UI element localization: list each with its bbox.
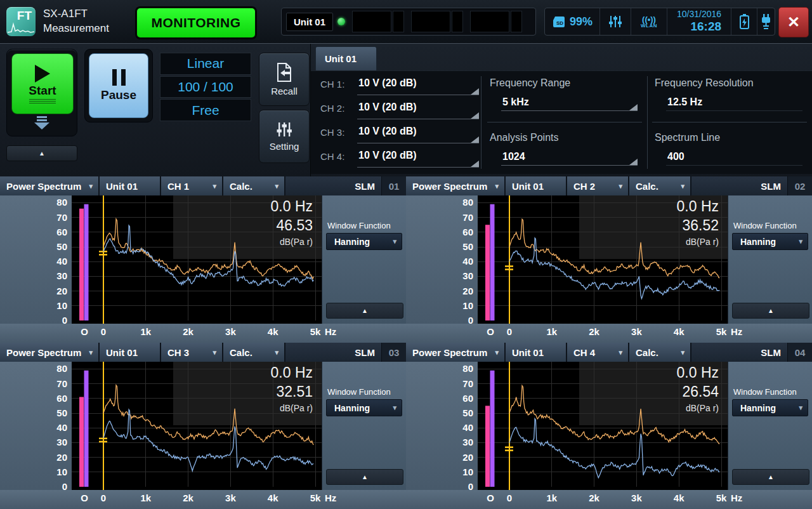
chevron-down-icon: ▾ [393,404,396,412]
pause-button-frame: Pause [84,49,153,122]
y-tick-label: 40 [448,422,473,433]
y-tick-label: 70 [42,378,67,389]
x-tick-label: O [487,492,494,503]
window-function-dropdown[interactable]: Hanning▾ [326,399,402,416]
monitoring-status-button[interactable]: MONITORING [136,7,256,39]
app-title: SX-A1FT Measurement [43,6,109,36]
x-axis-strip: O01k2k3k4k5kHz [406,490,812,509]
analysis-points-label: Analysis Points [490,132,559,143]
panel-collapse-button[interactable]: ▲ [732,303,809,319]
window-function-dropdown[interactable]: Hanning▾ [732,233,808,250]
cursor-readout: 0.0 Hz 36.52 dB(Pa r) [677,197,719,248]
ch1-range-field[interactable]: CH 1:10 V (20 dB) [320,75,479,98]
y-tick-label: 60 [448,227,473,237]
slm-number: 04 [787,343,812,362]
x-tick-label: 4k [268,326,278,337]
spectrum-plot[interactable]: 0.0 Hz 36.52 dB(Pa r) [478,195,728,324]
function-dropdown[interactable]: Power Spectrum▾ [0,343,98,362]
dropdown-corner-icon [471,112,479,119]
control-collapse-button[interactable]: ▲ [6,145,77,161]
x-tick-label: 4k [268,492,278,503]
chevron-down-icon: ▾ [89,182,93,190]
window-function-dropdown[interactable]: Hanning▾ [326,233,402,250]
setting-button[interactable]: Setting [259,110,310,163]
plot-sidebar: Window Function Hanning▾ ▲ [322,195,406,324]
unit-selector[interactable]: Unit 01 [506,176,566,195]
slm-number: 01 [381,176,406,195]
ch4-range-field[interactable]: CH 4:10 V (20 dB) [320,147,479,170]
window-function-dropdown[interactable]: Hanning▾ [732,399,808,416]
analysis-points-value[interactable]: 1024 [502,151,525,162]
y-tick-label: 20 [448,286,473,296]
channel-dropdown[interactable]: CH 3▾ [161,343,222,362]
x-tick-label: 1k [140,492,151,503]
slm-link[interactable]: SLM01 [285,176,406,195]
y-tick-label: 20 [42,452,67,463]
average-mode[interactable]: Linear [160,53,251,75]
y-tick-label: 10 [448,466,473,477]
x-tick-label: O [81,326,88,337]
x-tick-label: 0 [507,492,512,503]
unit-chip: Unit 01 [286,13,333,31]
y-tick-label: 70 [448,378,473,389]
chevron-down-icon: ▾ [681,182,684,190]
window-function-label: Window Function [733,387,797,397]
slm-link[interactable]: SLM04 [691,343,812,362]
spectrum-plot[interactable]: 0.0 Hz 46.53 dB(Pa r) [72,195,322,324]
y-axis-gutter: 80706050403020100 [406,362,478,490]
ch2-range-field[interactable]: CH 2:10 V (20 dB) [320,99,479,122]
wlan-icon: ((•)) WLAN [641,15,657,29]
slm-link[interactable]: SLM02 [691,176,812,195]
spectrum-plot[interactable]: 0.0 Hz 32.51 dB(Pa r) [72,362,322,490]
pause-button[interactable]: Pause [89,53,148,118]
y-axis-gutter: 80706050403020100 [406,195,478,324]
close-button[interactable]: ✕ [778,7,809,37]
x-tick-label: O [487,326,494,337]
function-dropdown[interactable]: Power Spectrum▾ [406,343,504,362]
start-button[interactable]: Start [11,53,74,114]
spectrum-panel-slm03: Power Spectrum▾ Unit 01 CH 3▾ Calc.▾ SLM… [0,343,406,509]
frequency-range-value[interactable]: 5 kHz [502,96,529,108]
unit-tab[interactable]: Unit 01 [315,46,377,70]
panel-collapse-button[interactable]: ▲ [326,303,403,319]
channel-dropdown[interactable]: CH 1▾ [161,176,222,195]
panel-collapse-button[interactable]: ▲ [326,469,403,485]
x-axis-strip: O01k2k3k4k5kHz [406,324,812,343]
x-tick-label: 2k [589,492,599,503]
sd-percent: 99% [570,15,593,29]
unit-selector[interactable]: Unit 01 [100,176,160,195]
calc-dropdown[interactable]: Calc.▾ [223,343,284,362]
function-dropdown[interactable]: Power Spectrum▾ [406,176,504,195]
chevron-down-icon: ▾ [213,348,216,357]
calc-dropdown[interactable]: Calc.▾ [223,176,284,195]
slm-link[interactable]: SLM03 [285,343,406,362]
unit-status-led [337,18,345,25]
y-tick-label: 80 [448,197,473,208]
panel-collapse-button[interactable]: ▲ [732,469,809,485]
x-tick-label: 5k [716,492,727,503]
unit-status-group: Unit 01 [281,8,536,36]
dropdown-corner-icon [471,88,479,95]
trigger-mode[interactable]: Free [160,99,251,121]
cursor-readout: 0.0 Hz 26.54 dB(Pa r) [677,363,719,414]
averaging-panel: Linear 100 / 100 Free [160,53,251,121]
ch3-range-field[interactable]: CH 3:10 V (20 dB) [320,123,479,146]
y-tick-label: 50 [448,407,473,418]
x-tick-label: 5k [716,326,727,337]
recall-button[interactable]: Recall [259,53,310,106]
frequency-resolution-label: Frequency Resolution [655,77,754,89]
function-dropdown[interactable]: Power Spectrum▾ [0,176,98,195]
channel-dropdown[interactable]: CH 4▾ [567,343,628,362]
y-tick-label: 30 [42,437,67,447]
plot-sidebar: Window Function Hanning▾ ▲ [728,362,812,490]
unit-selector[interactable]: Unit 01 [506,343,566,362]
calc-dropdown[interactable]: Calc.▾ [629,176,690,195]
x-tick-label: 3k [631,326,642,337]
unit-selector[interactable]: Unit 01 [100,343,160,362]
frequency-resolution-value: 12.5 Hz [667,96,702,108]
slm-number: 02 [787,176,812,195]
spectrum-plot[interactable]: 0.0 Hz 26.54 dB(Pa r) [478,362,728,490]
calc-dropdown[interactable]: Calc.▾ [629,343,690,362]
datetime: 10/31/2016 16:28 [667,8,731,35]
channel-dropdown[interactable]: CH 2▾ [567,176,628,195]
